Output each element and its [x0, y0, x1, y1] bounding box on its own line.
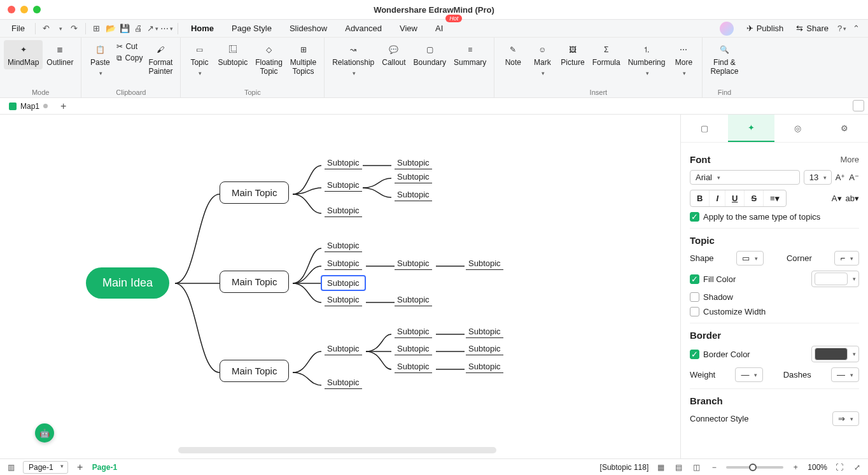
weight-select[interactable]: —	[735, 367, 763, 382]
main-topic-node[interactable]: Main Topic	[220, 271, 289, 293]
cut-button[interactable]: ✂Cut	[115, 41, 144, 52]
picture-button[interactable]: 🖼Picture	[557, 40, 588, 69]
tab-advanced[interactable]: Advanced	[337, 21, 389, 36]
share-button[interactable]: ⇆Share	[791, 24, 834, 33]
panel-toggle-button[interactable]	[853, 100, 864, 111]
outline-pane-icon[interactable]: ▥	[5, 462, 17, 473]
view-mode-2-icon[interactable]: ▤	[673, 462, 684, 473]
main-topic-node[interactable]: Main Topic	[220, 181, 289, 204]
new-tab-button[interactable]: +	[57, 101, 70, 112]
undo-icon[interactable]: ↶	[41, 23, 52, 34]
subtopic-node[interactable]: Subtopic	[325, 295, 362, 306]
subtopic-node[interactable]: Subtopic	[466, 327, 503, 338]
subtopic-node[interactable]: Subtopic	[395, 295, 432, 306]
tab-view[interactable]: View	[392, 21, 425, 36]
subtopic-node[interactable]: Subtopic	[325, 344, 362, 355]
subtopic-node[interactable]: Subtopic	[325, 206, 362, 217]
subtopic-node[interactable]: Subtopic	[395, 158, 432, 169]
redo-icon[interactable]: ↷	[69, 23, 80, 34]
customize-width-checkbox[interactable]	[690, 307, 699, 316]
subtopic-node[interactable]: Subtopic	[325, 241, 362, 252]
tab-slideshow[interactable]: Slideshow	[282, 21, 335, 36]
panel-tab-map[interactable]: ◎	[774, 115, 822, 142]
current-page-name[interactable]: Page-1	[92, 463, 117, 472]
subtopic-node[interactable]: Subtopic	[325, 259, 362, 270]
panel-tab-settings[interactable]: ⚙	[822, 115, 869, 142]
canvas[interactable]: Main Idea Main Topic Main Topic Main Top…	[0, 115, 680, 458]
document-tab[interactable]: Map1	[4, 101, 53, 112]
border-color-picker[interactable]	[811, 346, 859, 362]
find-replace-button[interactable]: 🔍Find & Replace	[706, 40, 742, 79]
font-decrease-button[interactable]: A⁻	[849, 173, 859, 182]
text-case-button[interactable]: ab▾	[846, 194, 859, 203]
topic-button[interactable]: ▭Topic	[185, 40, 214, 80]
panel-tab-style[interactable]: ✦	[728, 115, 775, 142]
zoom-slider[interactable]	[726, 466, 783, 469]
add-page-button[interactable]: +	[74, 462, 86, 473]
fill-color-picker[interactable]	[811, 271, 859, 287]
more-quick-icon[interactable]: ⋯	[161, 23, 172, 34]
summary-button[interactable]: ≡Summary	[450, 40, 490, 69]
multiple-topics-button[interactable]: ⊞Multiple Topics	[286, 40, 320, 79]
bold-button[interactable]: B	[690, 190, 710, 206]
tab-home[interactable]: Home	[183, 21, 221, 36]
ai-chat-button[interactable]: 🤖	[35, 423, 54, 443]
align-button[interactable]: ≡▾	[764, 190, 786, 206]
copy-button[interactable]: ⧉Copy	[115, 53, 144, 63]
help-icon[interactable]: ?	[836, 23, 848, 34]
boundary-button[interactable]: ▢Boundary	[410, 40, 450, 69]
zoom-in-button[interactable]: +	[790, 462, 801, 473]
horizontal-scrollbar[interactable]	[178, 447, 496, 453]
font-increase-button[interactable]: A⁺	[836, 173, 846, 182]
root-node[interactable]: Main Idea	[86, 267, 169, 299]
publish-button[interactable]: ✈Publish	[741, 24, 789, 33]
user-avatar[interactable]	[720, 22, 734, 36]
border-color-checkbox[interactable]: ✓	[690, 350, 699, 359]
subtopic-node[interactable]: Subtopic	[395, 362, 432, 373]
more-insert-button[interactable]: ⋯More	[669, 40, 698, 80]
apply-same-checkbox[interactable]: ✓	[690, 212, 699, 222]
fullscreen-icon[interactable]: ⤢	[851, 462, 863, 473]
format-painter-button[interactable]: 🖌Format Painter	[144, 40, 176, 79]
font-more-link[interactable]: More	[840, 155, 859, 164]
fit-page-icon[interactable]: ⛶	[834, 462, 845, 473]
mindmap-button[interactable]: ✦MindMap	[4, 40, 43, 69]
main-topic-node[interactable]: Main Topic	[220, 360, 289, 382]
subtopic-node[interactable]: Subtopic	[395, 327, 432, 338]
font-color-button[interactable]: A▾	[832, 194, 842, 203]
corner-select[interactable]: ⌐	[834, 251, 859, 266]
subtopic-button[interactable]: ⿺Subtopic	[214, 40, 251, 69]
font-family-select[interactable]: Arial	[690, 170, 800, 185]
italic-button[interactable]: I	[710, 190, 725, 206]
note-button[interactable]: ✎Note	[498, 40, 528, 69]
zoom-out-button[interactable]: −	[708, 462, 720, 473]
subtopic-node[interactable]: Subtopic	[395, 190, 432, 201]
shape-select[interactable]: ▭	[736, 251, 764, 266]
tab-ai[interactable]: AI Hot	[428, 21, 451, 36]
font-size-select[interactable]: 13	[804, 170, 832, 185]
mark-button[interactable]: ☺Mark	[528, 40, 557, 80]
subtopic-node[interactable]: Subtopic	[325, 180, 362, 192]
tab-page-style[interactable]: Page Style	[224, 21, 279, 36]
numbering-button[interactable]: ⒈Numbering	[624, 40, 669, 80]
view-mode-3-icon[interactable]: ◫	[690, 462, 702, 473]
view-mode-1-icon[interactable]: ▦	[655, 462, 666, 473]
strike-button[interactable]: S	[745, 190, 764, 206]
collapse-ribbon-icon[interactable]: ⌃	[850, 23, 862, 34]
export-icon[interactable]: ↗	[147, 23, 158, 34]
shadow-checkbox[interactable]	[690, 292, 699, 302]
formula-button[interactable]: ΣFormula	[589, 40, 624, 69]
minimize-icon[interactable]	[20, 6, 28, 13]
underline-button[interactable]: U	[725, 190, 745, 206]
file-menu[interactable]: File	[6, 22, 30, 34]
close-icon[interactable]	[8, 6, 15, 13]
panel-tab-topic[interactable]: ▢	[681, 115, 728, 142]
subtopic-node-selected[interactable]: Subtopic	[321, 275, 366, 291]
fill-color-checkbox[interactable]: ✓	[690, 274, 699, 284]
subtopic-node[interactable]: Subtopic	[395, 259, 432, 270]
paste-button[interactable]: 📋Paste	[85, 40, 115, 80]
subtopic-node[interactable]: Subtopic	[466, 362, 503, 373]
subtopic-node[interactable]: Subtopic	[395, 172, 432, 183]
subtopic-node[interactable]: Subtopic	[466, 344, 503, 355]
page-select[interactable]: Page-1	[23, 461, 68, 474]
